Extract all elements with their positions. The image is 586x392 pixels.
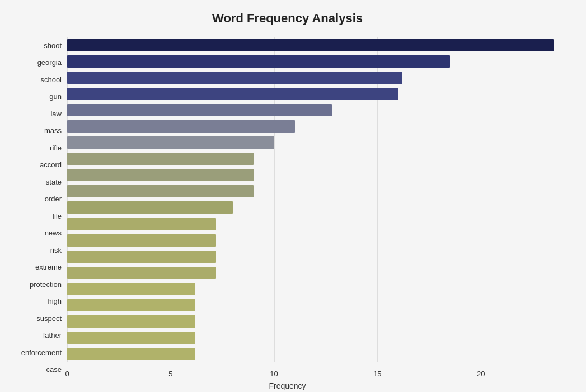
bar-rifle bbox=[67, 136, 274, 149]
bar-row bbox=[67, 185, 564, 198]
bar-row bbox=[67, 136, 564, 149]
y-label-law: law bbox=[11, 106, 62, 121]
bar-news bbox=[67, 218, 216, 230]
bar-shoot bbox=[67, 39, 554, 51]
bar-row bbox=[67, 299, 564, 312]
bar-row bbox=[67, 250, 564, 263]
bar-law bbox=[67, 104, 332, 116]
bar-row bbox=[67, 266, 564, 280]
bar-row bbox=[67, 55, 564, 68]
bar-order bbox=[67, 185, 254, 197]
bar-row bbox=[67, 218, 564, 231]
y-label-shoot: shoot bbox=[11, 38, 62, 53]
y-label-rifle: rifle bbox=[11, 140, 62, 155]
y-label-high: high bbox=[11, 294, 62, 309]
bar-protection bbox=[67, 267, 216, 279]
y-label-risk: risk bbox=[11, 243, 62, 257]
y-label-extreme: extreme bbox=[11, 260, 62, 275]
bar-school bbox=[67, 72, 402, 84]
y-label-order: order bbox=[11, 192, 62, 206]
bar-row bbox=[67, 331, 564, 344]
bar-enforcement bbox=[67, 332, 195, 344]
y-label-gun: gun bbox=[11, 89, 62, 104]
bar-georgia bbox=[67, 55, 450, 68]
bar-case bbox=[67, 348, 195, 360]
y-label-enforcement: enforcement bbox=[11, 345, 62, 360]
chart-title: Word Frequency Analysis bbox=[11, 11, 564, 26]
bar-high bbox=[67, 283, 195, 295]
bar-row bbox=[67, 315, 564, 328]
y-label-school: school bbox=[11, 72, 62, 87]
chart-container: Word Frequency Analysis shootgeorgiascho… bbox=[0, 0, 586, 392]
bar-row bbox=[67, 39, 564, 52]
bar-row bbox=[67, 103, 564, 117]
y-label-suspect: suspect bbox=[11, 311, 62, 325]
bar-row bbox=[67, 282, 564, 296]
y-label-father: father bbox=[11, 328, 62, 343]
y-label-file: file bbox=[11, 209, 62, 223]
bar-row bbox=[67, 152, 564, 166]
y-label-news: news bbox=[11, 226, 62, 240]
x-tick-0: 0 bbox=[65, 370, 69, 378]
bar-risk bbox=[67, 234, 216, 247]
bar-row bbox=[67, 120, 564, 133]
x-tick-5: 5 bbox=[168, 370, 172, 378]
bar-row bbox=[67, 201, 564, 214]
bar-row bbox=[67, 234, 564, 247]
bars-section: 05101520 bbox=[67, 37, 564, 378]
x-tick-20: 20 bbox=[477, 370, 485, 378]
x-axis-label: Frequency bbox=[11, 381, 564, 390]
y-label-state: state bbox=[11, 174, 62, 189]
x-tick-15: 15 bbox=[373, 370, 381, 378]
bar-extreme bbox=[67, 251, 216, 263]
bar-mass bbox=[67, 120, 295, 133]
bar-state bbox=[67, 169, 254, 181]
bar-suspect bbox=[67, 299, 195, 311]
bar-file bbox=[67, 201, 233, 214]
bar-row bbox=[67, 347, 564, 361]
bar-father bbox=[67, 315, 195, 328]
y-axis-labels: shootgeorgiaschoolgunlawmassrifleaccords… bbox=[11, 37, 67, 378]
bar-row bbox=[67, 168, 564, 182]
y-label-mass: mass bbox=[11, 124, 62, 138]
x-axis-ticks: 05101520 bbox=[67, 362, 564, 378]
x-tick-10: 10 bbox=[270, 370, 278, 378]
bar-gun bbox=[67, 88, 398, 100]
y-label-accord: accord bbox=[11, 158, 62, 172]
y-label-protection: protection bbox=[11, 277, 62, 291]
bar-accord bbox=[67, 153, 254, 165]
bar-row bbox=[67, 71, 564, 84]
bar-row bbox=[67, 87, 564, 101]
y-label-case: case bbox=[11, 362, 62, 377]
y-label-georgia: georgia bbox=[11, 55, 62, 70]
